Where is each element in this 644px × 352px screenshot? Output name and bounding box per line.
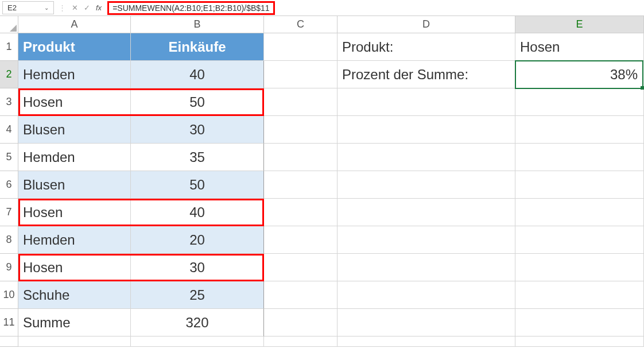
cell-B12[interactable] xyxy=(131,336,264,347)
cell-E12[interactable] xyxy=(515,336,644,347)
cell-D1[interactable]: Produkt: xyxy=(337,33,515,61)
col-header-C[interactable]: C xyxy=(264,16,337,33)
spreadsheet-grid[interactable]: A B C D E 1 Produkt Einkäufe Produkt: Ho… xyxy=(0,16,644,347)
cell-B5[interactable]: 35 xyxy=(131,144,264,171)
cell-A3[interactable]: Hosen xyxy=(18,88,131,116)
cell-E7[interactable] xyxy=(515,199,644,226)
cell-D7[interactable] xyxy=(337,199,515,226)
cell-A5[interactable]: Hemden xyxy=(18,144,131,171)
cell-A9[interactable]: Hosen xyxy=(18,254,131,281)
cell-E3[interactable] xyxy=(515,88,644,116)
row-header-8[interactable]: 8 xyxy=(0,226,18,254)
cell-A2[interactable]: Hemden xyxy=(18,61,131,88)
cell-A7[interactable]: Hosen xyxy=(18,199,131,226)
row-10: 10 Schuhe 25 xyxy=(0,281,644,309)
cell-D10[interactable] xyxy=(337,281,515,309)
cell-D2[interactable]: Prozent der Summe: xyxy=(337,61,515,88)
cell-C3[interactable] xyxy=(264,88,337,116)
cell-A12[interactable] xyxy=(18,336,131,347)
cell-B8[interactable]: 20 xyxy=(131,226,264,254)
row-header-1[interactable]: 1 xyxy=(0,33,18,61)
col-header-A[interactable]: A xyxy=(18,16,131,33)
cell-C11[interactable] xyxy=(264,309,337,336)
col-header-B[interactable]: B xyxy=(131,16,264,33)
row-header-2[interactable]: 2 xyxy=(0,61,18,88)
cell-E2[interactable]: 38% xyxy=(515,60,643,89)
cell-B6[interactable]: 50 xyxy=(131,171,264,199)
row-9: 9 Hosen 30 xyxy=(0,254,644,281)
row-header-6[interactable]: 6 xyxy=(0,171,18,199)
name-box-value: E2 xyxy=(7,3,17,12)
confirm-icon[interactable]: ✓ xyxy=(84,3,90,12)
cell-E4[interactable] xyxy=(515,116,644,144)
row-header-9[interactable]: 9 xyxy=(0,254,18,281)
row-3: 3 Hosen 50 xyxy=(0,88,644,116)
cell-C1[interactable] xyxy=(264,33,337,61)
cell-C8[interactable] xyxy=(264,226,337,254)
cell-A10[interactable]: Schuhe xyxy=(18,281,131,309)
col-header-D[interactable]: D xyxy=(337,16,515,33)
cell-D4[interactable] xyxy=(337,116,515,144)
cell-B3[interactable]: 50 xyxy=(131,88,264,116)
formula-text: =SUMMEWENN(A2:B10;E1;B2:B10)/$B$11 xyxy=(112,3,270,13)
cell-D6[interactable] xyxy=(337,171,515,199)
row-header-10[interactable]: 10 xyxy=(0,281,18,309)
chevron-down-icon[interactable]: ⌄ xyxy=(44,5,49,11)
cell-E5[interactable] xyxy=(515,144,644,171)
cell-B10[interactable]: 25 xyxy=(131,281,264,309)
cell-D9[interactable] xyxy=(337,254,515,281)
cell-B7[interactable]: 40 xyxy=(131,199,264,226)
row-header-5[interactable]: 5 xyxy=(0,144,18,171)
cell-D3[interactable] xyxy=(337,88,515,116)
cell-B4[interactable]: 30 xyxy=(131,116,264,144)
cancel-icon[interactable]: ✕ xyxy=(72,3,78,12)
fx-icon[interactable]: fx xyxy=(96,3,102,12)
row-header-12[interactable] xyxy=(0,336,18,347)
cell-C10[interactable] xyxy=(264,281,337,309)
row-5: 5 Hemden 35 xyxy=(0,144,644,171)
cell-C6[interactable] xyxy=(264,171,337,199)
cell-A1[interactable]: Produkt xyxy=(18,33,131,61)
row-header-11[interactable]: 11 xyxy=(0,309,18,336)
cell-B11[interactable]: 320 xyxy=(131,309,264,336)
cell-A6[interactable]: Blusen xyxy=(18,171,131,199)
row-header-7[interactable]: 7 xyxy=(0,199,18,226)
formula-bar: E2 ⌄ ⋮ ✕ ✓ fx =SUMMEWENN(A2:B10;E1;B2:B1… xyxy=(0,0,644,16)
cell-C2[interactable] xyxy=(264,61,337,88)
formula-input[interactable]: =SUMMEWENN(A2:B10;E1;B2:B10)/$B$11 xyxy=(107,1,275,15)
cell-D5[interactable] xyxy=(337,144,515,171)
cell-C4[interactable] xyxy=(264,116,337,144)
cell-B9[interactable]: 30 xyxy=(131,254,264,281)
cell-E8[interactable] xyxy=(515,226,644,254)
cell-B1[interactable]: Einkäufe xyxy=(131,33,264,61)
cell-E9[interactable] xyxy=(515,254,644,281)
row-header-4[interactable]: 4 xyxy=(0,116,18,144)
row-1: 1 Produkt Einkäufe Produkt: Hosen xyxy=(0,33,644,61)
cell-D12[interactable] xyxy=(337,336,515,347)
cell-D8[interactable] xyxy=(337,226,515,254)
column-header-row: A B C D E xyxy=(0,16,644,33)
cell-A11[interactable]: Summe xyxy=(18,309,131,336)
divider-icon: ⋮ xyxy=(59,3,66,12)
col-header-E[interactable]: E xyxy=(515,16,644,33)
row-11: 11 Summe 320 xyxy=(0,309,644,336)
row-12 xyxy=(0,336,644,347)
cell-D11[interactable] xyxy=(337,309,515,336)
cell-C7[interactable] xyxy=(264,199,337,226)
row-2: 2 Hemden 40 Prozent der Summe: 38% xyxy=(0,61,644,88)
row-header-3[interactable]: 3 xyxy=(0,88,18,116)
cell-A8[interactable]: Hemden xyxy=(18,226,131,254)
cell-C12[interactable] xyxy=(264,336,337,347)
row-4: 4 Blusen 30 xyxy=(0,116,644,144)
name-box[interactable]: E2 ⌄ xyxy=(2,1,54,14)
cell-E1[interactable]: Hosen xyxy=(515,33,644,61)
row-7: 7 Hosen 40 xyxy=(0,199,644,226)
cell-E10[interactable] xyxy=(515,281,644,309)
cell-E6[interactable] xyxy=(515,171,644,199)
cell-C5[interactable] xyxy=(264,144,337,171)
cell-A4[interactable]: Blusen xyxy=(18,116,131,144)
cell-E11[interactable] xyxy=(515,309,644,336)
cell-C9[interactable] xyxy=(264,254,337,281)
cell-B2[interactable]: 40 xyxy=(131,61,264,88)
select-all-corner[interactable] xyxy=(0,16,18,33)
